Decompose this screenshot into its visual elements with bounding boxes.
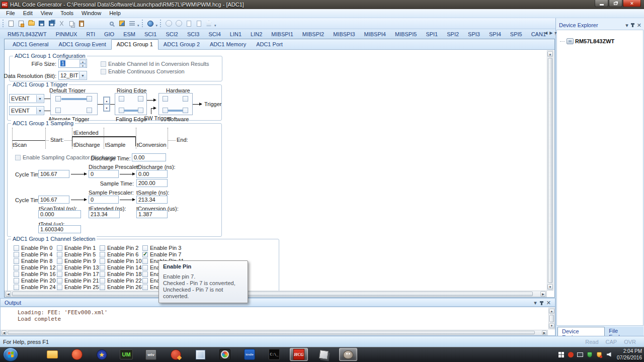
enable-pin-checkbox[interactable]: Enable Pin 1 bbox=[57, 245, 100, 251]
spin-up-icon[interactable]: ▲ bbox=[79, 60, 86, 64]
pin-icon[interactable] bbox=[541, 301, 542, 305]
module-tab[interactable]: SCI4 bbox=[204, 30, 225, 39]
sample-time-field[interactable]: 200.00 bbox=[136, 179, 168, 187]
combo-drop-icon[interactable]: ▼ bbox=[36, 107, 43, 114]
volume-icon[interactable] bbox=[606, 351, 612, 357]
module-tab[interactable]: LIN2 bbox=[246, 30, 267, 39]
main-vertical-scrollbar[interactable]: ▲ ▼ bbox=[547, 50, 553, 291]
module-tab[interactable]: SPI4 bbox=[485, 30, 506, 39]
enable-pin-checkbox[interactable]: Enable Pin 14 bbox=[100, 264, 142, 270]
sample-prescaler-field[interactable]: 0 bbox=[89, 196, 119, 204]
minimize-button[interactable] bbox=[595, 0, 608, 7]
cleaner-icon[interactable] bbox=[167, 348, 185, 361]
menu-item[interactable]: Tools bbox=[56, 9, 77, 18]
undo-icon[interactable] bbox=[87, 19, 96, 28]
trigger-event2-combo[interactable]: EVENT ▼ bbox=[9, 106, 44, 115]
enable-pin-checkbox[interactable]: Enable Pin 18 bbox=[100, 271, 142, 277]
enable-pin-checkbox[interactable]: Enable Pin 24 bbox=[14, 284, 57, 290]
enable-pin-checkbox[interactable]: Enable Pin 7 bbox=[142, 251, 277, 257]
module-tab[interactable]: SCI2 bbox=[161, 30, 182, 39]
adc1-subtab[interactable]: ADC1 Port bbox=[251, 40, 288, 49]
enable-pin-checkbox[interactable]: Enable Pin 21 bbox=[57, 278, 100, 284]
scroll-thumb[interactable] bbox=[12, 292, 533, 296]
module-tab[interactable]: SPI5 bbox=[506, 30, 527, 39]
scroll-thumb[interactable] bbox=[548, 58, 552, 283]
enable-pin-checkbox[interactable]: Enable Pin 22 bbox=[100, 278, 142, 284]
combo-drop-icon[interactable]: ▼ bbox=[79, 72, 86, 79]
taskbar-clock[interactable]: 2:04 PM 07/26/2016 bbox=[617, 348, 642, 361]
enable-pin-checkbox[interactable]: Enable Pin 6 bbox=[100, 251, 142, 257]
menu-item[interactable]: File bbox=[2, 9, 19, 18]
paste-icon[interactable] bbox=[77, 19, 86, 28]
gimp-icon[interactable] bbox=[339, 348, 357, 361]
adc1-subtab[interactable]: ADC1 General bbox=[8, 40, 54, 49]
enable-pin-checkbox[interactable]: Enable Pin 16 bbox=[14, 271, 57, 277]
umplayer-icon[interactable]: UM bbox=[117, 348, 135, 361]
find-icon[interactable] bbox=[107, 19, 116, 28]
viewer-3d-icon[interactable] bbox=[314, 348, 333, 361]
new-file-icon[interactable] bbox=[7, 19, 16, 28]
copy-icon[interactable] bbox=[67, 19, 76, 28]
cut-icon[interactable] bbox=[57, 19, 66, 28]
scroll-down-icon[interactable]: ▼ bbox=[549, 323, 554, 328]
module-tab[interactable]: SPI3 bbox=[463, 30, 485, 39]
scroll-left-icon[interactable]: ◀ bbox=[6, 291, 11, 297]
module-tab[interactable]: MIBSPI3 bbox=[329, 30, 359, 39]
discharge-time-field[interactable]: 0.00 bbox=[132, 153, 166, 161]
module-tab[interactable]: SCI3 bbox=[183, 30, 204, 39]
output-horizontal-scrollbar[interactable]: ◀ ▶ bbox=[1, 330, 548, 335]
module-tab[interactable]: SPI1 bbox=[421, 30, 442, 39]
restore-button[interactable] bbox=[609, 0, 622, 7]
tsample-ns-field[interactable]: 213.34 bbox=[136, 196, 168, 204]
enable-pin-checkbox[interactable]: Enable Pin 9 bbox=[57, 258, 100, 264]
module-tab[interactable]: SPI2 bbox=[442, 30, 463, 39]
module-tab[interactable]: LIN1 bbox=[225, 30, 246, 39]
module-tab[interactable]: SCI1 bbox=[140, 30, 161, 39]
scroll-up-icon[interactable]: ▲ bbox=[547, 51, 553, 57]
enable-pin-checkbox[interactable]: Enable Pin 26 bbox=[100, 284, 142, 290]
command-prompt-icon[interactable]: C:\_ bbox=[265, 348, 283, 361]
fifo-size-spinner[interactable]: 1 ▲▼ bbox=[58, 59, 87, 68]
toolbar-overflow-icon[interactable]: ▾ bbox=[214, 24, 216, 29]
cycle-time-field-1[interactable]: 106.67 bbox=[38, 170, 69, 178]
open-icon[interactable] bbox=[27, 19, 36, 28]
adc1-subtab[interactable]: ADC1 Memory bbox=[205, 40, 251, 49]
spin-down-icon[interactable]: ▼ bbox=[79, 64, 86, 68]
output-vertical-scrollbar[interactable]: ▲ ▼ bbox=[548, 308, 555, 329]
start-button[interactable] bbox=[3, 347, 18, 361]
help-2-icon[interactable] bbox=[174, 19, 183, 28]
module-tab[interactable]: MIBSPI1 bbox=[267, 30, 297, 39]
doc-2-icon[interactable] bbox=[194, 19, 203, 28]
windows-flag-icon[interactable] bbox=[558, 351, 564, 357]
pin-icon[interactable] bbox=[632, 23, 633, 27]
scroll-right-icon[interactable]: ▶ bbox=[542, 330, 547, 335]
scroll-left-icon[interactable]: ◀ bbox=[2, 330, 7, 335]
enable-pin-checkbox[interactable]: Enable Pin 4 bbox=[14, 251, 57, 257]
explorer-tab[interactable]: Device Explorer bbox=[557, 327, 605, 336]
toolbar-overflow-icon[interactable]: ▾ bbox=[137, 24, 139, 29]
tab-scroll-left-icon[interactable]: ◀ bbox=[544, 31, 547, 35]
close-button[interactable]: ✕ bbox=[623, 0, 641, 7]
new-project-icon[interactable] bbox=[17, 19, 26, 28]
module-tab[interactable]: PINMUX bbox=[51, 30, 82, 39]
menu-item[interactable]: Window bbox=[77, 9, 105, 18]
kindle-icon[interactable]: kindle bbox=[240, 348, 259, 361]
ttotal-field[interactable]: 1.600340 bbox=[38, 225, 81, 233]
save-all-icon[interactable] bbox=[47, 19, 56, 28]
generate-code-icon[interactable] bbox=[117, 19, 126, 28]
cycle-time-field-2[interactable]: 106.67 bbox=[38, 196, 69, 204]
shield-ok-icon[interactable] bbox=[587, 351, 593, 357]
module-tab[interactable]: RTI bbox=[82, 30, 100, 39]
enable-pin-checkbox[interactable]: Enable Pin 17 bbox=[57, 271, 100, 277]
enable-pin-checkbox[interactable]: Enable Pin 20 bbox=[14, 278, 57, 284]
media-player-red-icon[interactable] bbox=[68, 348, 86, 361]
enable-pin-checkbox[interactable]: Enable Pin 2 bbox=[100, 245, 142, 251]
adc1-subtab[interactable]: ADC1 Group Event bbox=[54, 40, 111, 49]
scroll-right-icon[interactable]: ▶ bbox=[540, 291, 546, 297]
explorer-icon[interactable] bbox=[43, 348, 61, 361]
enable-pin-checkbox[interactable]: Enable Pin 13 bbox=[57, 264, 100, 270]
tconversion-us-field[interactable]: 1.387 bbox=[136, 210, 168, 218]
error-badge-icon[interactable] bbox=[568, 351, 574, 357]
scroll-down-icon[interactable]: ▼ bbox=[547, 284, 553, 290]
adc1-subtab[interactable]: ADC1 Group 1 bbox=[111, 39, 158, 50]
